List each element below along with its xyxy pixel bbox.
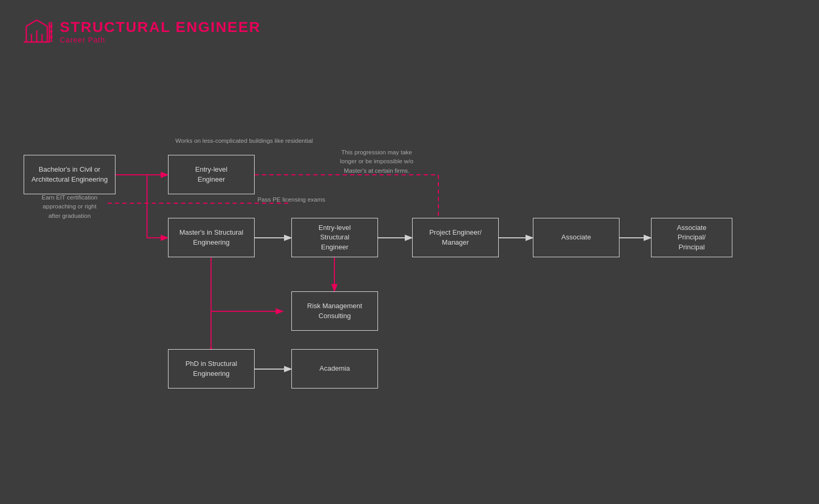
header-title: STRUCTURAL ENGINEER: [60, 19, 261, 36]
svg-line-3: [37, 20, 47, 26]
node-project-engineer: Project Engineer/ Manager: [412, 218, 499, 257]
header-text-block: STRUCTURAL ENGINEER Career Path: [60, 19, 261, 44]
annotation-pass-pe: Pass PE licensing exams: [239, 195, 344, 204]
svg-line-2: [26, 20, 37, 26]
node-entry-level-structural: Entry-level Structural Engineer: [291, 218, 378, 257]
header: STRUCTURAL ENGINEER Career Path: [21, 16, 261, 47]
bridge-logo-icon: [21, 16, 52, 47]
node-associate: Associate: [533, 218, 620, 257]
header-subtitle: Career Path: [60, 36, 261, 44]
annotation-progression-note: This progression may take longer or be i…: [315, 148, 438, 175]
node-masters: Master's in Structural Engineering: [168, 218, 255, 257]
node-bachelors: Bachelor's in Civil or Architectural Eng…: [24, 155, 116, 194]
node-associate-principal: Associate Principal/ Principal: [651, 218, 732, 257]
node-phd: PhD in Structural Engineering: [168, 349, 255, 388]
node-risk-management: Risk Management Consulting: [291, 291, 378, 331]
node-entry-level-engineer: Entry-level Engineer: [168, 155, 255, 194]
node-academia: Academia: [291, 349, 378, 388]
annotation-earn-eit: Earn EIT certification approaching or ri…: [24, 193, 116, 220]
annotation-works-on-buildings: Works on less-complicated buildings like…: [152, 136, 336, 145]
